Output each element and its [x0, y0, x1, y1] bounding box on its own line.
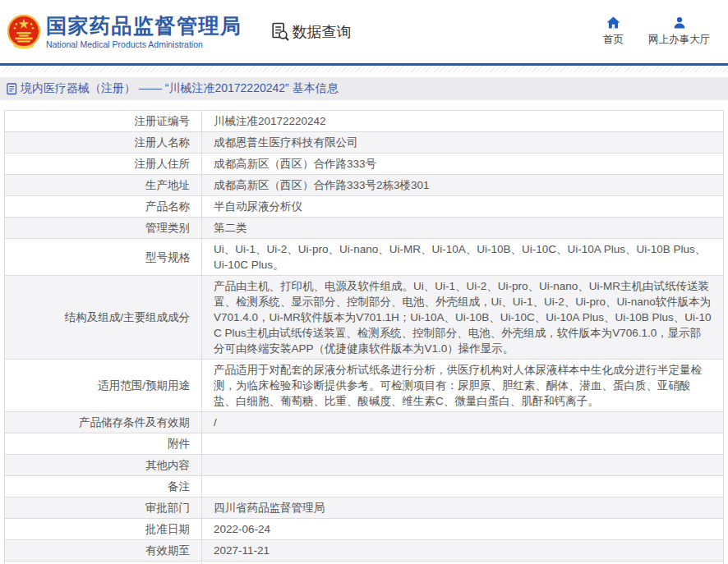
table-row: 备注 [5, 476, 724, 498]
hatch-strip [0, 66, 728, 72]
table-row: 生产地址成都高新区（西区）合作路333号2栋3楼301 [5, 175, 724, 196]
header-nav: 首页 网上办事大厅 [603, 16, 728, 47]
page-header: 国家药品监督管理局 National Medical Products Admi… [0, 0, 728, 63]
row-label: 适用范围/预期用途 [5, 360, 202, 412]
table-row: 适用范围/预期用途产品适用于对配套的尿液分析试纸条进行分析，供医疗机构对人体尿液… [5, 360, 724, 412]
row-value: 成都高新区（西区）合作路333号 [202, 154, 724, 175]
row-label: 附件 [5, 433, 202, 455]
row-value [202, 476, 724, 498]
row-value: 产品适用于对配套的尿液分析试纸条进行分析，供医疗机构对人体尿液样本中生化成分进行… [202, 360, 724, 412]
table-row: 审批部门四川省药品监督管理局 [5, 498, 724, 519]
table-row: 批准日期2022-06-24 [5, 519, 724, 540]
row-value: / [202, 412, 724, 433]
row-value: 产品由主机、打印机、电源及软件组成。Ui、Ui-1、Ui-2、Ui-pro、Ui… [202, 276, 724, 360]
table-row: 注册证编号川械注准20172220242 [5, 111, 724, 132]
table-row: 其他内容 [5, 455, 724, 476]
home-icon [606, 16, 620, 29]
breadcrumb: 境内医疗器械（注册） —— “川械注准20172220242” 基本信息 [0, 77, 728, 100]
agency-subtitle: National Medical Products Administration [46, 39, 242, 49]
row-value [202, 455, 724, 476]
breadcrumb-text: 境内医疗器械（注册） —— “川械注准20172220242” 基本信息 [21, 81, 339, 96]
row-value [202, 433, 724, 455]
row-label: 注册证编号 [5, 111, 202, 132]
table-row: 变更情况 [5, 562, 724, 564]
table-wrap: 注册证编号川械注准20172220242注册人名称成都恩普生医疗科技有限公司注册… [4, 110, 724, 564]
table-row: 注册人名称成都恩普生医疗科技有限公司 [5, 132, 724, 154]
row-value: 成都恩普生医疗科技有限公司 [202, 132, 724, 154]
row-label: 注册人住所 [5, 154, 202, 175]
row-label: 生产地址 [5, 175, 202, 196]
table-row: 附件 [5, 433, 724, 455]
info-table: 注册证编号川械注准20172220242注册人名称成都恩普生医疗科技有限公司注册… [4, 110, 724, 564]
nav-service-hall-label: 网上办事大厅 [648, 33, 710, 47]
row-value: 2022-06-24 [202, 519, 724, 540]
row-label: 型号规格 [5, 239, 202, 276]
table-row: 产品名称半自动尿液分析仪 [5, 196, 724, 218]
table-row: 型号规格Ui、Ui-1、Ui-2、Ui-pro、Ui-nano、Ui-MR、Ui… [5, 239, 724, 276]
nav-item-service-hall[interactable]: 网上办事大厅 [648, 16, 710, 47]
info-table-body: 注册证编号川械注准20172220242注册人名称成都恩普生医疗科技有限公司注册… [5, 111, 724, 564]
table-row: 结构及组成/主要组成成分产品由主机、打印机、电源及软件组成。Ui、Ui-1、Ui… [5, 276, 724, 360]
table-row: 产品储存条件及有效期/ [5, 412, 724, 433]
row-value [202, 562, 724, 564]
row-label: 审批部门 [5, 498, 202, 519]
row-value: 川械注准20172220242 [202, 111, 724, 132]
row-value: 半自动尿液分析仪 [202, 196, 724, 218]
row-label: 产品储存条件及有效期 [5, 412, 202, 433]
table-row: 管理类别第二类 [5, 218, 724, 239]
table-row: 注册人住所成都高新区（西区）合作路333号 [5, 154, 724, 175]
row-value: 成都高新区（西区）合作路333号2栋3楼301 [202, 175, 724, 196]
table-row: 有效期至2027-11-21 [5, 540, 724, 562]
row-value: 第二类 [202, 218, 724, 239]
row-label: 其他内容 [5, 455, 202, 476]
data-query-button[interactable]: 数据查询 [270, 21, 352, 42]
row-label: 批准日期 [5, 519, 202, 540]
row-value: 四川省药品监督管理局 [202, 498, 724, 519]
user-icon [673, 16, 686, 29]
row-label: 注册人名称 [5, 132, 202, 154]
row-value: 2027-11-21 [202, 540, 724, 562]
agency-logo-block: 国家药品监督管理局 National Medical Products Admi… [7, 13, 242, 51]
row-label: 结构及组成/主要组成成分 [5, 276, 202, 360]
data-query-label: 数据查询 [293, 22, 352, 42]
row-label: 有效期至 [5, 540, 202, 562]
row-value: Ui、Ui-1、Ui-2、Ui-pro、Ui-nano、Ui-MR、Ui-10A… [202, 239, 724, 276]
data-query-icon [270, 21, 290, 42]
document-icon [7, 83, 17, 95]
nav-item-home[interactable]: 首页 [603, 16, 624, 47]
row-label: 变更情况 [5, 562, 202, 564]
row-label: 产品名称 [5, 196, 202, 218]
agency-text: 国家药品监督管理局 National Medical Products Admi… [46, 14, 242, 49]
row-label: 管理类别 [5, 218, 202, 239]
row-label: 备注 [5, 476, 202, 498]
agency-title: 国家药品监督管理局 [46, 14, 242, 38]
nav-home-label: 首页 [603, 33, 624, 47]
national-emblem-icon [7, 13, 41, 51]
